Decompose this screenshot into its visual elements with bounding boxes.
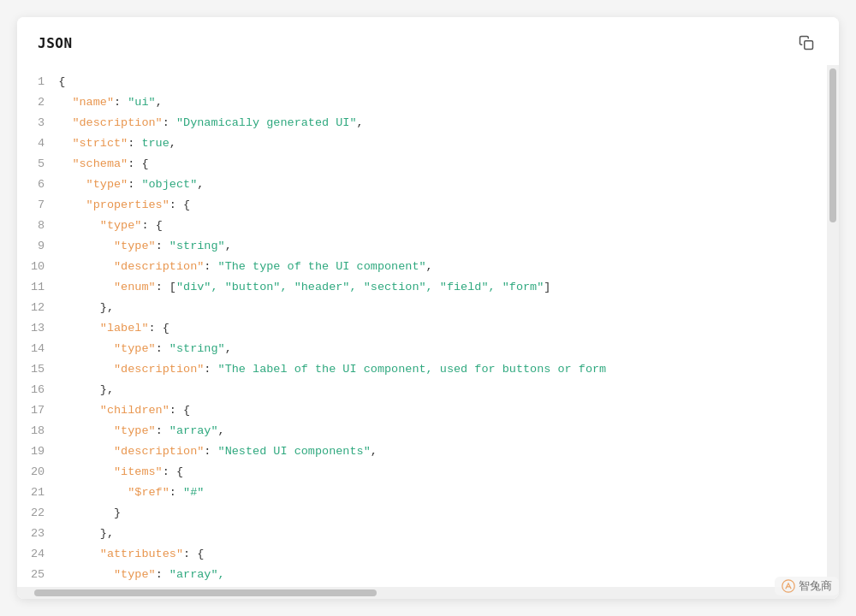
- line-number: 14: [31, 339, 45, 359]
- code-segment-plain: [58, 506, 114, 519]
- line-number: 9: [31, 236, 45, 257]
- code-line: "type": "object",: [58, 175, 827, 195]
- code-segment-plain: [58, 301, 100, 314]
- code-segment-plain: ,: [371, 445, 377, 458]
- line-number: 18: [31, 421, 45, 441]
- line-number: 3: [31, 113, 45, 133]
- line-number: 23: [31, 524, 45, 544]
- line-number: 21: [31, 483, 45, 503]
- code-segment-string-val: "#": [183, 486, 204, 499]
- code-segment-key: "label": [58, 322, 148, 335]
- watermark-label: 智兔商: [799, 578, 832, 594]
- code-segment-plain: :: [156, 281, 169, 293]
- line-number: 15: [31, 359, 45, 380]
- code-line: }: [58, 503, 827, 524]
- code-segment-key: "type": [58, 568, 155, 581]
- code-segment-brace: {: [176, 465, 183, 478]
- code-segment-plain: :: [156, 568, 169, 581]
- line-number: 6: [31, 175, 45, 195]
- code-segment-key: "children": [58, 404, 169, 417]
- code-segment-plain: :: [169, 404, 183, 417]
- code-segment-plain: :: [156, 342, 169, 355]
- code-segment-bool-val: true: [141, 137, 169, 150]
- code-segment-plain: [58, 383, 100, 396]
- code-segment-plain: :: [141, 219, 155, 232]
- line-number: 13: [31, 318, 45, 339]
- line-number: 1: [31, 72, 45, 92]
- code-line: "type": "string",: [58, 339, 827, 359]
- json-viewer-container: JSON 12345678910111213141516171819202122…: [17, 17, 839, 599]
- line-number: 4: [31, 133, 45, 154]
- code-segment-string-val: "Dynamically generated UI": [176, 116, 357, 129]
- code-content[interactable]: { "name": "ui", "description": "Dynamica…: [58, 65, 827, 587]
- svg-point-1: [782, 580, 794, 592]
- line-number: 19: [31, 441, 45, 462]
- line-number: 25: [31, 565, 45, 585]
- line-number: 20: [31, 462, 45, 483]
- code-line: "label": {: [58, 318, 827, 339]
- code-segment-brace: {: [141, 157, 148, 170]
- code-segment-plain: ,: [225, 240, 232, 252]
- code-segment-plain: ,: [225, 342, 232, 355]
- code-main: 1234567891011121314151617181920212223242…: [17, 65, 839, 587]
- line-number: 24: [31, 544, 45, 565]
- code-segment-string-val: "array",: [169, 568, 225, 581]
- code-segment-key: "properties": [58, 198, 169, 211]
- code-segment-plain: ,: [197, 178, 204, 191]
- code-segment-plain: ,: [357, 116, 364, 129]
- code-segment-bracket: [: [169, 281, 176, 293]
- code-line: "description": "Nested UI components",: [58, 441, 827, 462]
- code-segment-string-val: "Nested UI components": [218, 445, 371, 458]
- code-segment-key: "description": [58, 116, 163, 129]
- code-line: "strict": true,: [58, 133, 827, 154]
- code-segment-plain: :: [128, 178, 141, 191]
- code-segment-brace: },: [100, 301, 114, 314]
- code-segment-plain: :: [169, 486, 183, 499]
- horizontal-scrollbar[interactable]: [17, 587, 839, 599]
- code-segment-plain: :: [128, 137, 141, 150]
- watermark-icon: [782, 579, 795, 593]
- vertical-scrollbar[interactable]: [827, 65, 839, 587]
- code-line: {: [58, 72, 827, 92]
- code-segment-plain: ,: [426, 260, 433, 273]
- code-line: "type": "string",: [58, 236, 827, 257]
- line-number: 11: [31, 277, 45, 298]
- code-line: "children": {: [58, 400, 827, 421]
- code-line: "type": "array",: [58, 565, 827, 585]
- scrollbar-thumb[interactable]: [829, 68, 836, 222]
- line-number: 2: [31, 92, 45, 113]
- panel-header: JSON: [17, 17, 839, 65]
- code-segment-key: "schema": [58, 157, 128, 170]
- code-line: "description": "Dynamically generated UI…: [58, 113, 827, 133]
- code-segment-key: "attributes": [58, 548, 183, 560]
- code-segment-plain: :: [204, 363, 217, 376]
- code-segment-key: "description": [58, 445, 204, 458]
- line-number: 8: [31, 216, 45, 236]
- code-segment-plain: :: [204, 445, 217, 458]
- watermark: 智兔商: [775, 577, 839, 595]
- code-segment-brace: },: [100, 383, 114, 396]
- code-segment-brace: {: [197, 548, 204, 560]
- code-segment-brace: },: [100, 527, 114, 540]
- code-segment-plain: :: [114, 96, 128, 109]
- code-segment-key: "type": [58, 240, 155, 252]
- code-line: },: [58, 380, 827, 400]
- code-segment-key: "type": [58, 342, 155, 355]
- panel-title: JSON: [38, 35, 73, 51]
- code-segment-key: "items": [58, 465, 163, 478]
- code-line: "type": {: [58, 216, 827, 236]
- horizontal-scrollbar-thumb[interactable]: [34, 589, 377, 596]
- code-segment-plain: :: [156, 240, 169, 252]
- code-line: "properties": {: [58, 195, 827, 216]
- code-line: "attributes": {: [58, 544, 827, 565]
- copy-button[interactable]: [794, 31, 818, 55]
- code-segment-plain: [58, 527, 100, 540]
- code-segment-key: "type": [58, 178, 128, 191]
- code-segment-key: "type": [58, 219, 141, 232]
- code-segment-key: "description": [58, 260, 204, 273]
- code-line: "items": {: [58, 462, 827, 483]
- code-line: "description": "The type of the UI compo…: [58, 257, 827, 277]
- code-line: },: [58, 298, 827, 318]
- line-numbers: 1234567891011121314151617181920212223242…: [17, 65, 58, 587]
- code-segment-plain: :: [128, 157, 141, 170]
